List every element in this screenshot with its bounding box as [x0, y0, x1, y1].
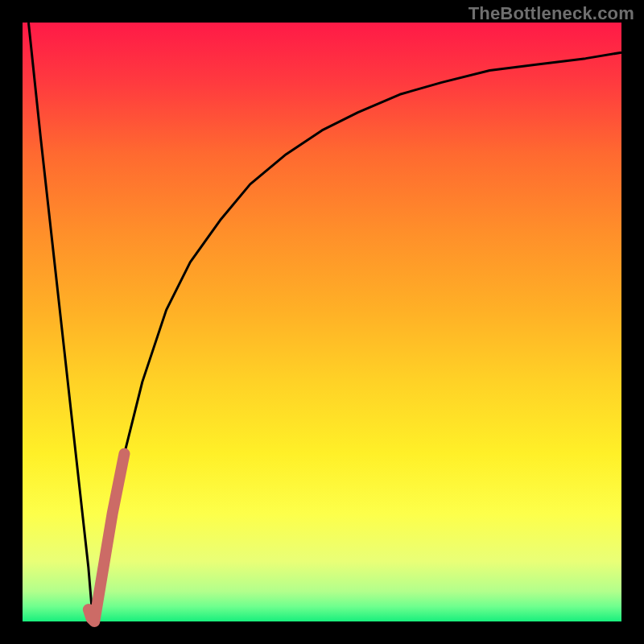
chart-container: TheBottleneck.com: [0, 0, 644, 644]
bottleneck-chart: [0, 0, 644, 644]
watermark-text: TheBottleneck.com: [469, 3, 634, 24]
